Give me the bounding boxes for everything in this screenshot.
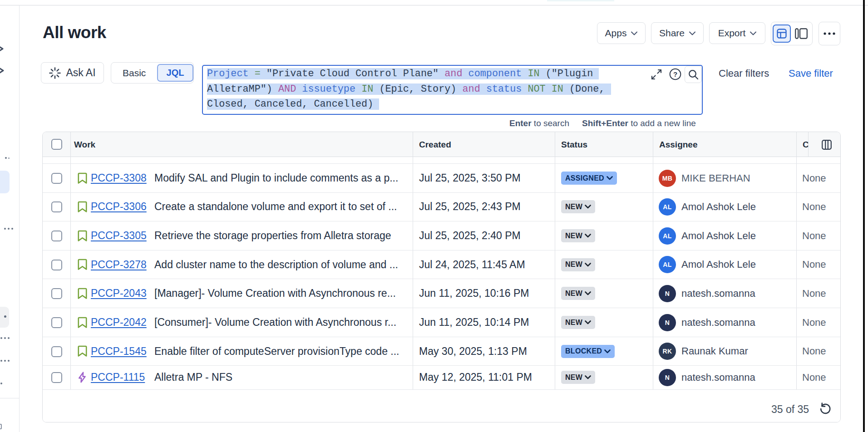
svg-text:?: ? [673, 70, 677, 78]
